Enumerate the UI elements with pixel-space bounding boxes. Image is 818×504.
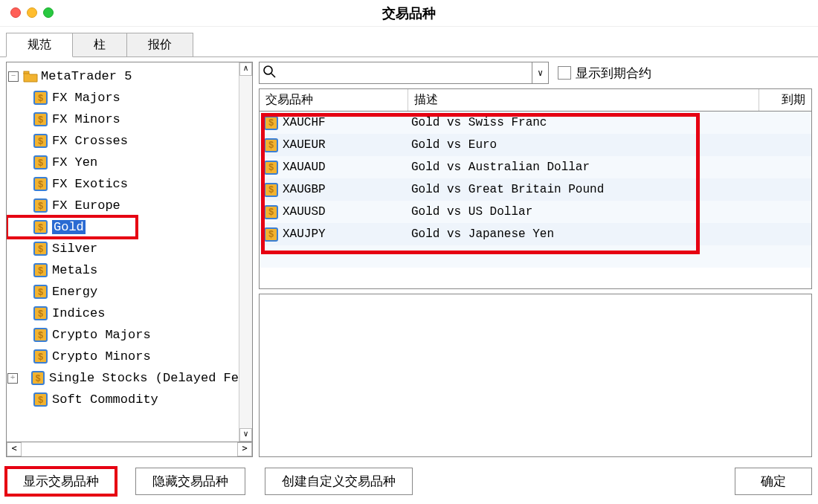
symbol-cell: XAUJPY bbox=[283, 227, 326, 241]
grid-row[interactable]: $XAUAUDGold vs Australian Dollar bbox=[260, 156, 811, 178]
currency-icon: $ bbox=[33, 349, 48, 364]
search-dropdown-icon[interactable]: ∨ bbox=[532, 62, 548, 83]
tree-item-fx-yen[interactable]: $FX Yen bbox=[7, 152, 239, 173]
create-custom-symbol-button[interactable]: 创建自定义交易品种 bbox=[265, 468, 413, 495]
symbol-detail-panel bbox=[259, 294, 812, 457]
col-symbol[interactable]: 交易品种 bbox=[260, 89, 408, 111]
hide-symbol-button[interactable]: 隐藏交易品种 bbox=[135, 468, 245, 495]
tree-item-label: Crypto Majors bbox=[52, 328, 151, 342]
tree-item-energy[interactable]: $Energy bbox=[7, 281, 239, 303]
svg-line-2 bbox=[271, 74, 275, 77]
tree-item-label: Gold bbox=[52, 220, 86, 234]
currency-icon: $ bbox=[33, 155, 48, 169]
symbol-cell: XAUUSD bbox=[283, 205, 326, 219]
window-controls bbox=[10, 7, 54, 18]
tree-vertical-scrollbar[interactable]: ∧ ∨ bbox=[239, 62, 252, 442]
symbol-cell: XAUGBP bbox=[283, 183, 326, 196]
tree-item-label: Soft Commodity bbox=[52, 392, 158, 407]
grid-empty-row bbox=[260, 245, 811, 268]
description-cell: Gold vs Swiss Franc bbox=[408, 116, 759, 129]
grid-row[interactable]: $XAUEURGold vs Euro bbox=[260, 134, 811, 156]
tab-1[interactable]: 柱 bbox=[72, 33, 127, 57]
tab-2[interactable]: 报价 bbox=[126, 33, 193, 57]
scroll-right-icon[interactable]: > bbox=[237, 442, 252, 456]
currency-icon: $ bbox=[264, 161, 278, 175]
grid-row[interactable]: $XAUCHFGold vs Swiss Franc bbox=[260, 112, 811, 134]
tree-item-label: FX Crosses bbox=[52, 134, 128, 148]
grid-row[interactable]: $XAUGBPGold vs Great Britain Pound bbox=[260, 178, 811, 201]
svg-rect-0 bbox=[24, 71, 29, 74]
currency-icon: $ bbox=[264, 116, 278, 130]
currency-icon: $ bbox=[33, 220, 48, 234]
tree-item-fx-minors[interactable]: $FX Minors bbox=[7, 109, 239, 130]
tree-item-soft-commodity[interactable]: $Soft Commodity bbox=[7, 389, 239, 410]
tree-item-fx-crosses[interactable]: $FX Crosses bbox=[7, 130, 239, 152]
close-icon[interactable] bbox=[10, 7, 21, 18]
search-input-wrap: ∨ bbox=[259, 62, 549, 84]
description-cell: Gold vs Japanese Yen bbox=[408, 227, 759, 241]
symbol-cell: XAUEUR bbox=[283, 138, 326, 152]
tree-item-single-stocks-delayed-fe[interactable]: +$Single Stocks (Delayed Fe bbox=[7, 367, 239, 389]
currency-icon: $ bbox=[264, 183, 278, 197]
tree-item-indices[interactable]: $Indices bbox=[7, 303, 239, 324]
col-description[interactable]: 描述 bbox=[408, 89, 759, 111]
tree-item-label: Single Stocks (Delayed Fe bbox=[49, 371, 239, 385]
titlebar: 交易品种 bbox=[0, 0, 818, 27]
collapse-icon[interactable]: − bbox=[8, 71, 19, 82]
symbols-grid[interactable]: 交易品种 描述 到期 $XAUCHFGold vs Swiss Franc$XA… bbox=[259, 88, 812, 289]
tree-item-crypto-majors[interactable]: $Crypto Majors bbox=[7, 324, 239, 346]
tree-item-label: Energy bbox=[52, 285, 97, 299]
search-input[interactable] bbox=[279, 62, 532, 83]
currency-icon: $ bbox=[33, 285, 48, 299]
scroll-down-icon[interactable]: ∨ bbox=[239, 428, 252, 442]
tree-root-label: MetaTrader 5 bbox=[41, 69, 132, 83]
description-cell: Gold vs Australian Dollar bbox=[408, 161, 759, 174]
ok-button[interactable]: 确定 bbox=[735, 468, 812, 495]
currency-icon: $ bbox=[264, 205, 278, 219]
tree-item-silver[interactable]: $Silver bbox=[7, 238, 239, 259]
tree-item-label: Metals bbox=[52, 263, 97, 277]
tree-item-fx-europe[interactable]: $FX Europe bbox=[7, 195, 239, 216]
col-expiry[interactable]: 到期 bbox=[759, 89, 811, 111]
symbol-cell: XAUAUD bbox=[283, 161, 326, 174]
tree-item-label: Crypto Minors bbox=[52, 349, 151, 364]
tree-root[interactable]: −MetaTrader 5 bbox=[7, 65, 239, 87]
window-title: 交易品种 bbox=[0, 4, 818, 22]
show-expired-label: 显示到期合约 bbox=[576, 65, 651, 82]
tree-item-crypto-minors[interactable]: $Crypto Minors bbox=[7, 346, 239, 367]
show-symbol-button[interactable]: 显示交易品种 bbox=[6, 468, 116, 495]
description-cell: Gold vs Great Britain Pound bbox=[408, 183, 759, 196]
tree-item-label: FX Majors bbox=[52, 91, 120, 105]
annotation-highlight: $Gold bbox=[7, 216, 137, 238]
tree-item-gold[interactable]: $Gold bbox=[7, 216, 86, 238]
currency-icon: $ bbox=[33, 91, 48, 105]
tabstrip: 规范柱报价 bbox=[0, 27, 818, 57]
tree-horizontal-scrollbar[interactable]: < > bbox=[6, 442, 253, 457]
show-expired-checkbox[interactable]: 显示到期合约 bbox=[558, 65, 651, 82]
maximize-icon[interactable] bbox=[43, 7, 54, 18]
symbol-cell: XAUCHF bbox=[283, 116, 326, 129]
currency-icon: $ bbox=[33, 112, 48, 126]
tree-item-fx-exotics[interactable]: $FX Exotics bbox=[7, 173, 239, 195]
currency-icon: $ bbox=[33, 306, 48, 320]
tree-item-label: FX Europe bbox=[52, 198, 120, 213]
folder-icon bbox=[23, 71, 38, 83]
expand-icon[interactable]: + bbox=[7, 373, 18, 384]
currency-icon: $ bbox=[33, 198, 48, 213]
currency-icon: $ bbox=[33, 328, 48, 342]
currency-icon: $ bbox=[33, 392, 48, 407]
tree-item-label: Silver bbox=[52, 242, 97, 256]
currency-icon: $ bbox=[33, 134, 48, 148]
search-icon bbox=[260, 65, 279, 81]
scroll-left-icon[interactable]: < bbox=[7, 442, 22, 456]
tree-item-metals[interactable]: $Metals bbox=[7, 259, 239, 281]
grid-row[interactable]: $XAUJPYGold vs Japanese Yen bbox=[260, 223, 811, 245]
checkbox-box-icon[interactable] bbox=[558, 66, 571, 80]
tab-0[interactable]: 规范 bbox=[6, 33, 73, 57]
symbol-tree[interactable]: −MetaTrader 5$FX Majors$FX Minors$FX Cro… bbox=[6, 62, 253, 442]
grid-row[interactable]: $XAUUSDGold vs US Dollar bbox=[260, 201, 811, 223]
tree-item-fx-majors[interactable]: $FX Majors bbox=[7, 87, 239, 109]
currency-icon: $ bbox=[31, 371, 45, 385]
minimize-icon[interactable] bbox=[27, 7, 37, 18]
scroll-up-icon[interactable]: ∧ bbox=[239, 62, 252, 76]
